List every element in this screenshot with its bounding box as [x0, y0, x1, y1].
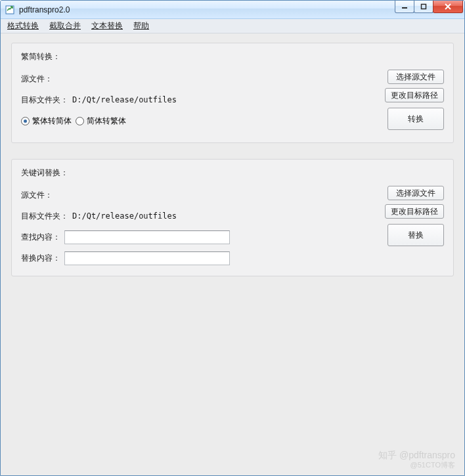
replace-input[interactable] [64, 251, 230, 265]
find-label: 查找内容： [21, 232, 60, 243]
radio-t2s[interactable]: 繁体转简体 [21, 116, 72, 127]
menu-format-convert[interactable]: 格式转换 [2, 19, 44, 33]
watermark-line2: @51CTO博客 [378, 461, 455, 470]
panel-trad-simp: 繁简转换： 源文件： 选择源文件 目标文件夹： D:/Qt/release/ou… [11, 43, 454, 143]
watermark-line1: 知乎 @pdftranspro [378, 450, 455, 462]
menu-help[interactable]: 帮助 [128, 19, 154, 33]
window-title: pdftranspro2.0 [19, 5, 70, 14]
radio-s2t[interactable]: 简体转繁体 [76, 116, 126, 127]
svg-rect-2 [422, 5, 426, 9]
find-input[interactable] [64, 230, 230, 244]
radio-dot-icon [21, 117, 30, 125]
client-area: 繁简转换： 源文件： 选择源文件 目标文件夹： D:/Qt/release/ou… [1, 33, 464, 475]
source-file-label-2: 源文件： [21, 190, 53, 201]
select-source-button-1[interactable]: 选择源文件 [388, 70, 444, 84]
select-source-button-2[interactable]: 选择源文件 [388, 186, 444, 200]
row-source-2: 源文件： 选择源文件 [21, 188, 444, 202]
panel-keyword-title: 关键词替换： [21, 167, 444, 179]
source-file-label-1: 源文件： [21, 74, 53, 85]
menubar: 格式转换 截取合并 文本替换 帮助 [1, 19, 464, 33]
radio-s2t-label: 简体转繁体 [87, 116, 126, 127]
panel-keyword-replace: 关键词替换： 源文件： 选择源文件 目标文件夹： D:/Qt/release/o… [11, 159, 454, 276]
target-folder-value-1: D:/Qt/release/outfiles [72, 95, 177, 104]
row-target-1: 目标文件夹： D:/Qt/release/outfiles 更改目标路径 [21, 93, 444, 107]
menu-text-replace[interactable]: 文本替换 [86, 19, 128, 33]
row-source-1: 源文件： 选择源文件 [21, 72, 444, 86]
app-icon [5, 5, 15, 15]
row-replace: 替换内容： [21, 251, 444, 265]
close-button[interactable] [433, 1, 463, 13]
row-target-2: 目标文件夹： D:/Qt/release/outfiles 更改目标路径 [21, 209, 444, 223]
convert-button[interactable]: 转换 [388, 108, 444, 130]
replace-button[interactable]: 替换 [388, 224, 444, 246]
watermark: 知乎 @pdftranspro @51CTO博客 [378, 450, 455, 470]
change-target-button-2[interactable]: 更改目标路径 [385, 204, 444, 219]
radio-dot-icon [76, 117, 84, 125]
target-folder-label-2: 目标文件夹： [21, 211, 68, 222]
window-controls [395, 1, 463, 13]
row-find: 查找内容： 替换 [21, 230, 444, 244]
target-folder-value-2: D:/Qt/release/outfiles [72, 211, 177, 221]
minimize-button[interactable] [395, 1, 414, 13]
change-target-button-1[interactable]: 更改目标路径 [385, 88, 444, 102]
menu-extract-merge[interactable]: 截取合并 [44, 19, 86, 33]
maximize-button[interactable] [414, 1, 433, 13]
replace-label: 替换内容： [21, 253, 60, 264]
window-titlebar: pdftranspro2.0 [1, 1, 464, 19]
panel-trad-simp-title: 繁简转换： [21, 51, 444, 62]
radio-group-tradsimp: 繁体转简体 简体转繁体 转换 [21, 114, 444, 128]
radio-t2s-label: 繁体转简体 [32, 116, 72, 127]
target-folder-label-1: 目标文件夹： [21, 95, 68, 106]
